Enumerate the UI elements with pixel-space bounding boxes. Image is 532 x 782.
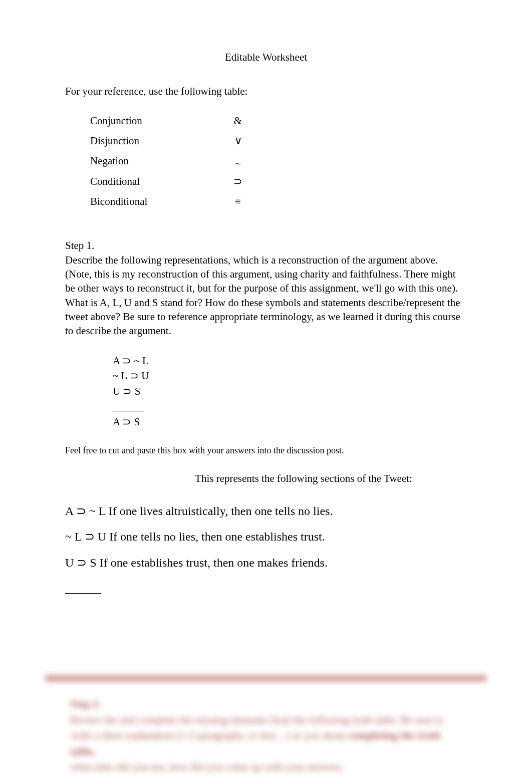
op-symbol: & xyxy=(230,114,245,128)
page-title: Editable Worksheet xyxy=(65,50,467,64)
step-1-body: Describe the following representations, … xyxy=(65,253,467,338)
step-2-heading: Step 2. xyxy=(70,696,467,712)
blurred-line: what rules did you use, how did you come… xyxy=(70,759,467,775)
op-symbol: ≡ xyxy=(230,194,245,208)
statement-text: If one lives altruistically, then one te… xyxy=(109,504,333,517)
conclusion: A ⊃ S xyxy=(113,414,467,429)
statement-text: If one tells no lies, then one establish… xyxy=(109,530,325,543)
statement-prefix: U ⊃ S xyxy=(65,556,100,569)
statement-prefix: A ⊃ ~ L xyxy=(65,504,109,517)
op-symbol: ~ xyxy=(230,157,245,170)
op-label: Disjunction xyxy=(90,134,230,148)
statement-2: ~ L ⊃ U If one tells no lies, then one e… xyxy=(65,526,467,549)
op-symbol: ∨ xyxy=(230,134,245,148)
blurred-bar xyxy=(45,675,487,681)
op-label: Biconditional xyxy=(90,194,230,208)
blurred-line: Review the and complete the missing elem… xyxy=(70,712,467,728)
step-1-heading: Step 1. xyxy=(65,238,467,252)
instruction-note: Feel free to cut and paste this box with… xyxy=(65,444,467,456)
blurred-span: write a short explanation (1-2 paragraph… xyxy=(70,729,348,741)
argument-divider: ______ xyxy=(113,399,467,414)
statement-prefix: ~ L ⊃ U xyxy=(65,530,109,543)
statements-divider: ______ xyxy=(65,577,467,600)
table-row: Conditional ⊃ xyxy=(90,174,467,188)
blurred-text: Step 2. Review the and complete the miss… xyxy=(65,696,467,775)
intro-text: For your reference, use the following ta… xyxy=(65,84,467,98)
table-row: Conjunction & xyxy=(90,114,467,128)
blurred-line: write a short explanation (1-2 paragraph… xyxy=(70,728,467,759)
table-row: Disjunction ∨ xyxy=(90,134,467,148)
table-row: Negation ~ xyxy=(90,154,467,168)
premise-2: ~ L ⊃ U xyxy=(113,368,467,383)
statement-3: U ⊃ S If one establishes trust, then one… xyxy=(65,552,467,575)
statements-block: A ⊃ ~ L If one lives altruistically, the… xyxy=(65,500,467,600)
table-row: Biconditional ≡ xyxy=(90,194,467,208)
op-label: Conditional xyxy=(90,174,230,188)
blurred-preview: Step 2. Review the and complete the miss… xyxy=(65,675,467,775)
argument-block: A ⊃ ~ L ~ L ⊃ U U ⊃ S ______ A ⊃ S xyxy=(65,353,467,429)
statement-1: A ⊃ ~ L If one lives altruistically, the… xyxy=(65,500,467,523)
op-label: Conjunction xyxy=(90,114,230,128)
op-label: Negation xyxy=(90,154,230,168)
premise-1: A ⊃ ~ L xyxy=(113,353,467,368)
step-1-block: Step 1. Describe the following represent… xyxy=(65,238,467,338)
operator-table: Conjunction & Disjunction ∨ Negation ~ C… xyxy=(65,114,467,209)
op-symbol: ⊃ xyxy=(230,174,245,188)
premise-3: U ⊃ S xyxy=(113,384,467,399)
statement-text: If one establishes trust, then one makes… xyxy=(100,556,328,569)
represents-heading: This represents the following sections o… xyxy=(65,471,467,485)
